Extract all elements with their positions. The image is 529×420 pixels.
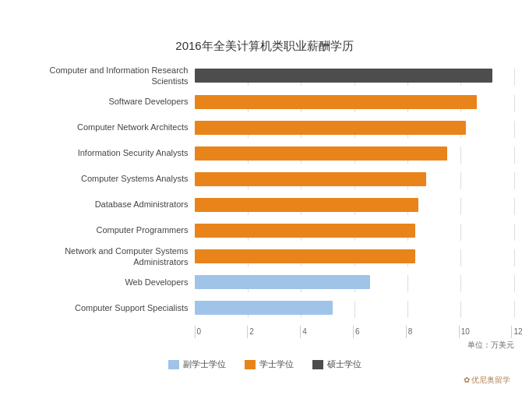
x-unit: 单位：万美元 <box>195 340 514 351</box>
bar-row: Computer Support Specialists <box>16 297 514 319</box>
legend-label: 硕士学位 <box>327 358 361 370</box>
bar-label: Software Developers <box>16 96 195 107</box>
bar-label: Web Developers <box>16 277 195 288</box>
bar <box>195 146 448 161</box>
grid-line <box>460 301 461 318</box>
bar-row: Information Security Analysts <box>16 143 514 164</box>
x-tick: 4 <box>300 326 353 338</box>
x-tick: 6 <box>353 326 406 338</box>
chart-area: Computer and Information Research Scient… <box>16 65 514 323</box>
bar-row: Software Developers <box>16 91 514 113</box>
legend-item: 学士学位 <box>245 358 294 370</box>
grid-line <box>514 121 515 138</box>
bar-label: Computer Network Architects <box>16 122 195 132</box>
grid-line <box>407 275 408 292</box>
bar <box>195 224 416 238</box>
bar-row: Computer Programmers <box>16 220 514 242</box>
legend-color-box <box>312 360 323 369</box>
bar-row: Computer Systems Analysts <box>16 168 514 190</box>
bar <box>195 172 426 186</box>
bar-label: Database Administrators <box>16 199 195 210</box>
bar <box>195 95 477 109</box>
x-tick: 8 <box>406 326 459 338</box>
bar-label: Network and Computer Systems Administrat… <box>16 245 195 268</box>
bar <box>195 69 493 83</box>
bar <box>195 249 416 263</box>
x-axis: 024681012 <box>195 326 514 338</box>
bar <box>195 301 333 315</box>
bar-label: Computer and Information Research Scient… <box>16 65 195 87</box>
grid-line <box>514 301 515 318</box>
bar-label: Computer Programmers <box>16 224 195 235</box>
x-tick: 10 <box>459 326 512 338</box>
bar-row: Computer Network Architects <box>16 117 514 139</box>
grid-line <box>514 69 515 86</box>
legend: 副学士学位学士学位硕士学位 <box>16 358 514 370</box>
chart-title: 2016年全美计算机类职业薪酬学历 <box>16 39 514 54</box>
grid-line <box>460 224 461 241</box>
grid-line <box>460 146 461 164</box>
legend-label: 学士学位 <box>259 358 294 370</box>
grid-line <box>460 198 461 215</box>
bar-label: Computer Systems Analysts <box>16 173 195 184</box>
bar-label: Information Security Analysts <box>16 147 195 158</box>
grid-line <box>514 275 515 292</box>
grid-line <box>354 301 355 318</box>
legend-label: 副学士学位 <box>183 358 226 370</box>
grid-line <box>407 301 408 318</box>
grid-line <box>460 275 461 292</box>
x-tick: 12 <box>511 326 513 338</box>
legend-item: 副学士学位 <box>168 358 226 370</box>
bar-label: Computer Support Specialists <box>16 302 195 313</box>
x-tick: 2 <box>247 326 300 338</box>
grid-line <box>514 198 515 215</box>
grid-line <box>514 95 515 112</box>
bar <box>195 121 467 135</box>
x-axis-ticks: 024681012 <box>195 326 514 338</box>
legend-color-box <box>168 360 179 369</box>
bar <box>195 198 418 212</box>
legend-item: 硕士学位 <box>312 358 361 370</box>
chart-container: 2016年全美计算机类职业薪酬学历 Computer and Informati… <box>8 26 522 394</box>
grid-line <box>460 249 461 266</box>
grid-line <box>514 146 515 164</box>
bar-row: Network and Computer Systems Administrat… <box>16 245 514 268</box>
grid-line <box>514 224 515 241</box>
legend-color-box <box>245 360 256 369</box>
grid-line <box>514 249 515 266</box>
watermark: ✿ 优尼奥留学 <box>16 375 511 386</box>
x-tick: 0 <box>195 326 248 338</box>
grid-line <box>460 172 461 189</box>
grid-line <box>514 172 515 189</box>
bar-row: Web Developers <box>16 271 514 293</box>
bar <box>195 275 371 289</box>
bar-row: Computer and Information Research Scient… <box>16 65 514 87</box>
bar-row: Database Administrators <box>16 194 514 216</box>
